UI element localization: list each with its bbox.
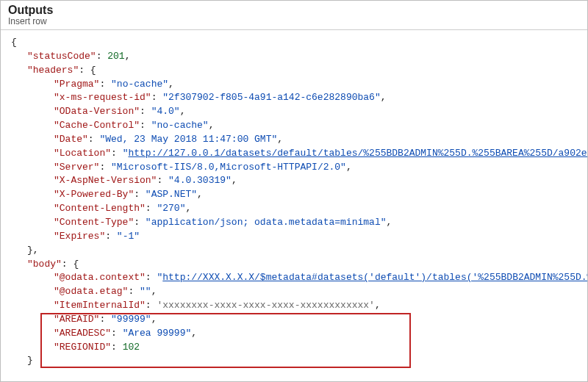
json-output: { "statusCode": 201, "headers": { "Pragm… bbox=[1, 30, 587, 375]
panel-header: Outputs Insert row bbox=[1, 1, 587, 28]
key-headers: "headers" bbox=[27, 65, 79, 76]
key-server: "Server" bbox=[54, 162, 99, 173]
val-regionid: 102 bbox=[123, 342, 140, 353]
headers-close: }, bbox=[27, 245, 39, 256]
val-iteminternalid: 'xxxxxxxx-xxxx-xxxx-xxxx-xxxxxxxxxxxx' bbox=[157, 300, 374, 311]
val-xmsrequestid: "2f307902-f805-4a91-a142-c6e282890ba6" bbox=[162, 92, 380, 103]
val-xpoweredby: "ASP.NET" bbox=[146, 189, 197, 200]
key-xpoweredby: "X-Powered-By" bbox=[54, 189, 134, 200]
key-odataversion: "OData-Version" bbox=[54, 106, 140, 117]
val-contentlength: "270" bbox=[157, 203, 185, 214]
key-odatacontext: "@odata.context" bbox=[54, 272, 146, 283]
panel-subtitle: Insert row bbox=[8, 16, 580, 26]
val-odataversion: "4.0" bbox=[151, 106, 180, 117]
key-date: "Date" bbox=[54, 134, 88, 145]
key-aspnetversion: "X-AspNet-Version" bbox=[54, 175, 157, 186]
key-location: "Location" bbox=[54, 148, 111, 159]
key-iteminternalid: "ItemInternalId" bbox=[54, 300, 146, 311]
key-xmsrequestid: "x-ms-request-id" bbox=[54, 92, 151, 103]
val-odataetag: "" bbox=[140, 286, 151, 297]
key-areadesc: "AREADESC" bbox=[54, 328, 111, 339]
brace-open: { bbox=[11, 37, 17, 48]
key-contentlength: "Content-Length" bbox=[54, 203, 146, 214]
body-close: } bbox=[27, 355, 33, 366]
link-odatacontext[interactable]: http://XXX.X.X.X/$metadata#datasets('def… bbox=[162, 272, 587, 283]
val-areaid: "99999" bbox=[111, 314, 151, 325]
val-pragma: "no-cache" bbox=[111, 79, 168, 90]
key-contenttype: "Content-Type" bbox=[54, 217, 134, 228]
val-cachecontrol: "no-cache" bbox=[151, 120, 209, 131]
val-areadesc: "Area 99999" bbox=[123, 328, 192, 339]
val-aspnetversion: "4.0.30319" bbox=[168, 175, 232, 186]
key-statuscode: "statusCode" bbox=[27, 51, 96, 62]
key-areaid: "AREAID" bbox=[54, 314, 99, 325]
val-expires: "-1" bbox=[117, 231, 140, 242]
val-server: "Microsoft-IIS/8.0,Microsoft-HTTPAPI/2.0… bbox=[111, 162, 346, 173]
panel-title: Outputs bbox=[8, 4, 580, 17]
val-statuscode: 201 bbox=[107, 51, 124, 62]
key-pragma: "Pragma" bbox=[54, 79, 99, 90]
val-date: "Wed, 23 May 2018 11:47:00 GMT" bbox=[99, 134, 277, 145]
key-odataetag: "@odata.etag" bbox=[54, 286, 128, 297]
key-expires: "Expires" bbox=[54, 231, 105, 242]
link-location[interactable]: http://127.0.0.1/datasets/default/tables… bbox=[128, 148, 587, 159]
key-cachecontrol: "Cache-Control" bbox=[54, 120, 140, 131]
outputs-panel: Outputs Insert row { "statusCode": 201, … bbox=[0, 0, 588, 382]
key-body: "body" bbox=[27, 259, 62, 270]
val-contenttype: "application/json; odata.metadata=minima… bbox=[146, 217, 387, 228]
key-regionid: "REGIONID" bbox=[54, 342, 111, 353]
